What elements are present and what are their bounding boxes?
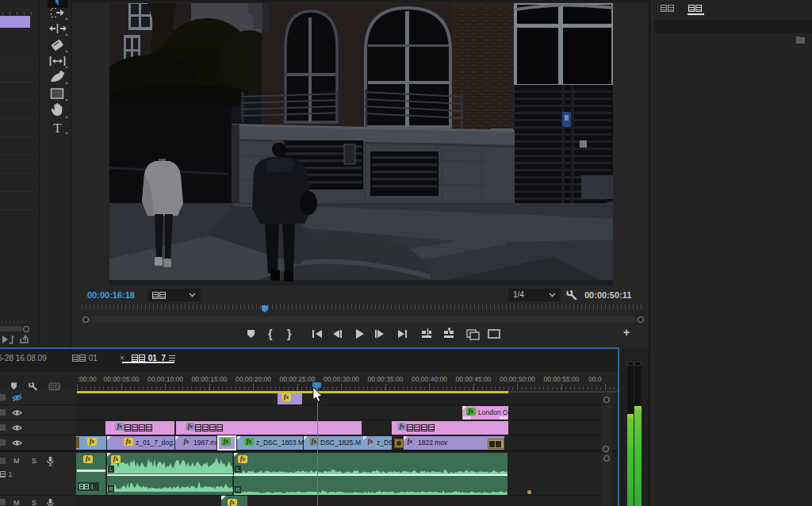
svg-text:}: } [287,328,292,340]
svg-text:{: { [268,328,273,340]
svg-text:T: T [53,121,62,135]
svg-text:CC: CC [50,384,58,389]
